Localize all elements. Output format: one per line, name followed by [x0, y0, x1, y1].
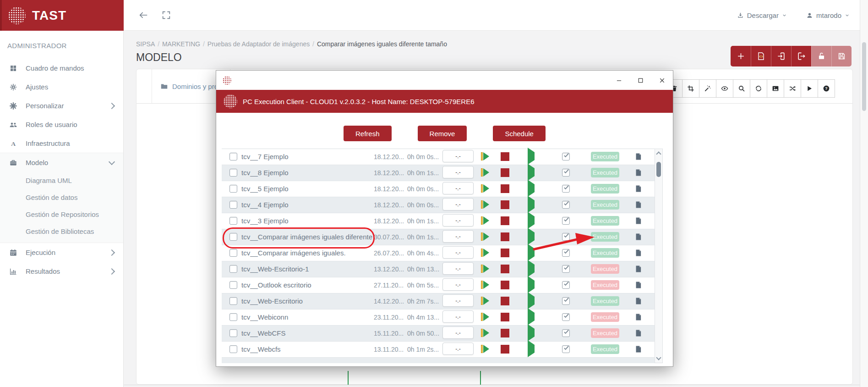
- close-button[interactable]: [651, 71, 673, 90]
- schedule-time-input[interactable]: -.-: [442, 230, 474, 243]
- step-play-icon[interactable]: [481, 216, 489, 225]
- step-play-icon[interactable]: [481, 200, 489, 209]
- step-play-icon[interactable]: [481, 297, 489, 305]
- row-checkbox[interactable]: [229, 345, 237, 353]
- log-document-icon[interactable]: [634, 296, 642, 306]
- schedule-time-input[interactable]: -.-: [442, 262, 474, 275]
- unlock-button[interactable]: [811, 46, 831, 66]
- play-icon[interactable]: [528, 232, 535, 241]
- row-checkbox[interactable]: [229, 169, 237, 177]
- testcase-name[interactable]: tcv__Webcfs: [241, 345, 372, 353]
- row-checkbox[interactable]: [229, 201, 237, 209]
- enabled-checkbox[interactable]: [562, 249, 570, 257]
- schedule-time-input[interactable]: -.-: [442, 182, 474, 194]
- page-scrollbar[interactable]: [860, 0, 868, 387]
- scrollbar-thumb[interactable]: [862, 42, 866, 111]
- sidebar-item-infraestructura[interactable]: Infraestructura: [0, 134, 123, 153]
- sidebar-item-roles-de-usuario[interactable]: Roles de usuario: [0, 115, 123, 134]
- enabled-checkbox[interactable]: [562, 313, 570, 321]
- schedule-time-input[interactable]: -.-: [442, 198, 474, 210]
- sidebar-item-modelo[interactable]: Modelo: [0, 153, 123, 172]
- row-checkbox[interactable]: [229, 185, 237, 193]
- play-icon[interactable]: [528, 281, 535, 289]
- log-document-icon[interactable]: [634, 312, 642, 322]
- stop-icon[interactable]: [501, 329, 509, 337]
- play-icon[interactable]: [528, 216, 535, 225]
- testcase-name[interactable]: tcv__8 Ejemplo: [241, 169, 372, 177]
- maximize-button[interactable]: [630, 71, 651, 90]
- enabled-checkbox[interactable]: [562, 265, 570, 273]
- schedule-time-input[interactable]: -.-: [442, 166, 474, 178]
- play-icon[interactable]: [528, 184, 535, 193]
- schedule-time-input[interactable]: -.-: [442, 310, 474, 323]
- stop-icon[interactable]: [501, 281, 509, 289]
- testcase-name[interactable]: tcv__Webiconn: [241, 313, 372, 321]
- sidebar-subitem-gestion-de-repositorios[interactable]: Gestión de Repositorios: [0, 206, 123, 223]
- window-titlebar[interactable]: [216, 71, 673, 90]
- log-document-icon[interactable]: [634, 248, 642, 258]
- testcase-name[interactable]: tcv__Web-Escritorio-1: [241, 265, 372, 273]
- sidebar-item-personalizar[interactable]: Personalizar: [0, 96, 123, 115]
- sidebar-subitem-gestion-de-bibliotecas[interactable]: Gestión de Bibliotecas: [0, 223, 123, 240]
- play-icon[interactable]: [528, 249, 535, 257]
- stop-icon[interactable]: [501, 265, 509, 273]
- log-document-icon[interactable]: [634, 152, 642, 161]
- enabled-checkbox[interactable]: [562, 329, 570, 337]
- minimize-button[interactable]: [608, 71, 630, 90]
- play-icon[interactable]: [528, 329, 535, 337]
- breadcrumb-segment[interactable]: Pruebas de Adaptador de imágenes: [207, 40, 310, 48]
- sign-out-button[interactable]: [791, 46, 811, 66]
- play-icon[interactable]: [528, 200, 535, 209]
- step-play-icon[interactable]: [481, 232, 489, 241]
- enabled-checkbox[interactable]: [562, 169, 570, 177]
- stop-icon[interactable]: [501, 297, 509, 305]
- back-arrow-icon[interactable]: [138, 10, 148, 20]
- log-document-icon[interactable]: [634, 200, 642, 210]
- testcase-name[interactable]: tcv__Comparar imágenes iguales.: [241, 249, 372, 257]
- refresh-tool-button[interactable]: [750, 79, 767, 98]
- log-document-icon[interactable]: [634, 280, 642, 290]
- enabled-checkbox[interactable]: [562, 345, 570, 353]
- row-checkbox[interactable]: [229, 313, 237, 321]
- sidebar-item-cuadro-de-mandos[interactable]: Cuadro de mandos: [0, 59, 123, 77]
- stop-icon[interactable]: [501, 345, 509, 354]
- help-tool-button[interactable]: [818, 79, 835, 98]
- row-checkbox[interactable]: [229, 233, 237, 241]
- schedule-time-input[interactable]: -.-: [442, 326, 474, 339]
- stop-icon[interactable]: [501, 232, 509, 241]
- scroll-down-button[interactable]: [655, 355, 662, 362]
- remove-button[interactable]: Remove: [418, 126, 467, 141]
- row-checkbox[interactable]: [229, 249, 237, 257]
- play-icon[interactable]: [528, 168, 535, 177]
- row-checkbox[interactable]: [229, 329, 237, 337]
- file-code-button[interactable]: [751, 46, 771, 66]
- sidebar-item-resultados[interactable]: Resultados: [0, 262, 123, 281]
- testcase-name[interactable]: tcv__7 Ejemplo: [241, 153, 372, 160]
- testcase-name[interactable]: tcv__5 Ejemplo: [241, 185, 372, 193]
- step-play-icon[interactable]: [481, 249, 489, 257]
- schedule-time-input[interactable]: -.-: [442, 294, 474, 307]
- step-play-icon[interactable]: [481, 168, 489, 177]
- sidebar-item-ejecucion[interactable]: Ejecución: [0, 243, 123, 262]
- schedule-time-input[interactable]: -.-: [442, 278, 474, 291]
- enabled-checkbox[interactable]: [562, 297, 570, 305]
- row-checkbox[interactable]: [229, 217, 237, 225]
- stop-icon[interactable]: [501, 249, 509, 257]
- enabled-checkbox[interactable]: [562, 281, 570, 289]
- play-icon[interactable]: [528, 313, 535, 321]
- testcase-name[interactable]: tcv__Comparar imágenes iguales diferente…: [241, 233, 372, 241]
- log-document-icon[interactable]: [634, 184, 642, 194]
- stop-icon[interactable]: [501, 152, 509, 161]
- table-scrollbar[interactable]: [655, 149, 663, 363]
- plus-button[interactable]: [731, 46, 751, 66]
- step-play-icon[interactable]: [481, 313, 489, 321]
- sidebar-subitem-gestion-de-datos[interactable]: Gestión de datos: [0, 189, 123, 206]
- play-tool-button[interactable]: [801, 79, 818, 98]
- schedule-button[interactable]: Schedule: [493, 126, 546, 141]
- step-play-icon[interactable]: [481, 265, 489, 273]
- stop-icon[interactable]: [501, 216, 509, 225]
- testcase-name[interactable]: tcv__4 Ejemplo: [241, 201, 372, 209]
- crop-tool-button[interactable]: [682, 79, 699, 98]
- sidebar-subitem-diagrama-uml[interactable]: Diagrama UML: [0, 172, 123, 189]
- step-play-icon[interactable]: [481, 281, 489, 289]
